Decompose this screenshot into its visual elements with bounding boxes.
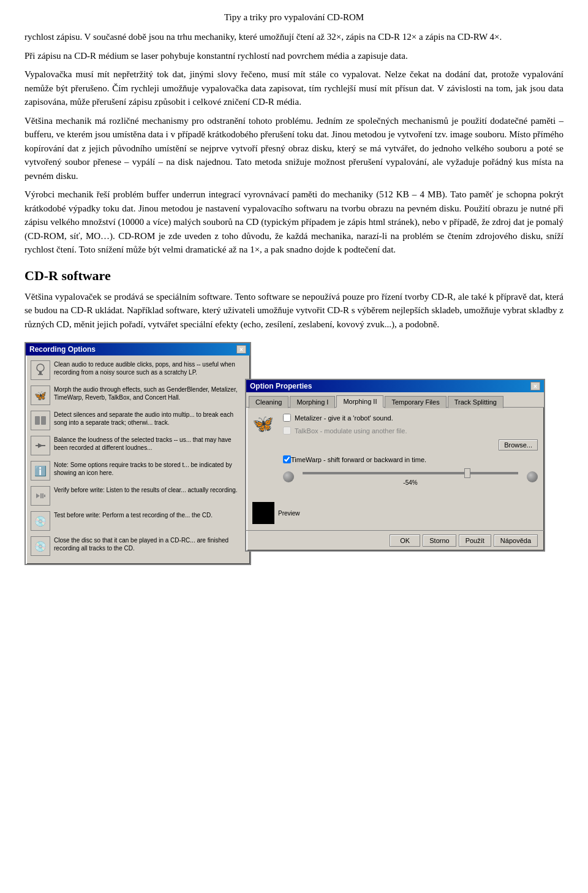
rec-option-4: ℹ️ Note: Some options require tracks to … — [29, 460, 246, 482]
storno-button[interactable]: Storno — [423, 534, 456, 547]
slider-track[interactable] — [303, 472, 518, 474]
rec-text-6: Test before write: Perform a test record… — [54, 511, 245, 519]
section-heading: CD-R software — [24, 268, 564, 284]
preview-icon — [252, 502, 274, 524]
section-paragraph-1: Většina vypalovaček se prodává se speciá… — [24, 290, 564, 332]
browse-button[interactable]: Browse... — [499, 439, 538, 450]
rec-text-7: Close the disc so that it can be played … — [54, 536, 245, 552]
tab-morphing-ii[interactable]: Morphing II — [336, 395, 383, 408]
slider-thumb[interactable] — [464, 468, 470, 478]
rec-option-1: 🦋 Morph the audio through effects, such … — [29, 384, 246, 406]
slider-right-ball — [527, 471, 538, 482]
check-row-0: Metalizer - give it a 'robot' sound. — [283, 414, 538, 422]
talkbox-checkbox[interactable] — [283, 427, 291, 435]
timewarp-label: TimeWarp - shift forward or backward in … — [291, 456, 426, 463]
rec-icon-3 — [31, 436, 50, 455]
options-dialog-title: Option Properties — [250, 382, 312, 390]
browse-row: Browse... — [283, 439, 538, 450]
rec-icon-2 — [31, 411, 50, 430]
recording-dialog-titlebar: Recording Options × — [26, 343, 250, 355]
tab-morphing-i[interactable]: Morphing I — [290, 396, 335, 408]
rec-option-0: Clean audio to reduce audible clicks, po… — [29, 359, 246, 381]
paragraph-1: rychlost zápisu. V současné době jsou na… — [24, 30, 564, 44]
paragraph-4: Většina mechanik má rozličné mechanismy … — [24, 114, 564, 183]
paragraph-2: Při zápisu na CD-R médium se laser pohyb… — [24, 49, 564, 63]
page-title: Tipy a triky pro vypalování CD-ROM — [24, 12, 564, 23]
rec-text-3: Balance the loudness of the selected tra… — [54, 436, 245, 452]
metalizer-label: Metalizer - give it a 'robot' sound. — [295, 414, 393, 422]
recording-dialog-title: Recording Options — [29, 345, 96, 354]
rec-option-6: 💿 Test before write: Perform a test reco… — [29, 510, 246, 532]
paragraph-3: Vypalovačka musí mít nepřetržitý tok dat… — [24, 67, 564, 109]
rec-text-2: Detect silences and separate the audio i… — [54, 411, 245, 427]
ok-button[interactable]: OK — [390, 534, 420, 547]
options-dialog-titlebar: Option Properties × — [246, 380, 544, 392]
rec-text-0: Clean audio to reduce audible clicks, po… — [54, 360, 245, 376]
butterfly-icon: 🦋 — [252, 414, 274, 434]
slider-left-ball — [283, 471, 294, 482]
rec-icon-7: 💿 — [31, 536, 50, 556]
svg-rect-4 — [41, 416, 46, 425]
check-row-1: TalkBox - modulate using another file. — [283, 427, 538, 435]
rec-option-3: Balance the loudness of the selected tra… — [29, 435, 246, 457]
preview-area: Preview — [252, 502, 300, 524]
metalizer-checkbox[interactable] — [283, 414, 291, 422]
option-properties-dialog: Option Properties × Cleaning Morphing I … — [245, 379, 545, 552]
talkbox-label: TalkBox - modulate using another file. — [295, 427, 407, 435]
recording-dialog-content: Clean audio to reduce audible clicks, po… — [26, 355, 250, 564]
rec-option-2: Detect silences and separate the audio i… — [29, 409, 246, 431]
paragraph-5: Výrobci mechanik řeší problém buffer und… — [24, 188, 564, 257]
options-dialog-close[interactable]: × — [530, 382, 540, 390]
tab-track-splitting[interactable]: Track Splitting — [448, 396, 503, 408]
rec-text-1: Morph the audio through effects, such as… — [54, 386, 245, 401]
recording-dialog-close[interactable]: × — [236, 345, 246, 354]
svg-point-0 — [37, 364, 44, 371]
svg-marker-7 — [36, 493, 40, 498]
timewarp-row: TimeWarp - shift forward or backward in … — [283, 455, 538, 463]
napoveda-button[interactable]: Nápověda — [494, 534, 538, 547]
tab-temporary-files[interactable]: Temporary Files — [385, 396, 446, 408]
svg-marker-6 — [38, 443, 43, 448]
rec-icon-4: ℹ️ — [31, 461, 50, 481]
svg-rect-3 — [35, 416, 40, 425]
options-checks: Metalizer - give it a 'robot' sound. Tal… — [283, 414, 538, 486]
rec-text-4: Note: Some options require tracks to be … — [54, 461, 245, 477]
recording-options-dialog: Recording Options × Clean audio to reduc… — [24, 342, 251, 565]
rec-text-5: Verify before write: Listen to the resul… — [54, 486, 245, 494]
dialogs-area: Recording Options × Clean audio to reduc… — [24, 342, 564, 532]
timewarp-checkbox[interactable] — [283, 455, 291, 463]
rec-icon-5 — [31, 486, 50, 506]
slider-row: -54% — [283, 467, 538, 486]
slider-area: -54% — [303, 467, 518, 486]
rec-option-5: Verify before write: Listen to the resul… — [29, 485, 246, 507]
rec-icon-6: 💿 — [31, 511, 50, 531]
percent-label: -54% — [303, 479, 518, 486]
options-body: 🦋 Metalizer - give it a 'robot' sound. T… — [246, 408, 544, 530]
rec-icon-1: 🦋 — [31, 386, 50, 405]
options-footer: OK Storno Použít Nápověda — [246, 530, 544, 550]
tab-cleaning[interactable]: Cleaning — [249, 396, 288, 408]
tabs-bar: Cleaning Morphing I Morphing II Temporar… — [246, 392, 544, 408]
pouzit-button[interactable]: Použít — [459, 534, 491, 547]
rec-icon-0 — [31, 360, 50, 380]
preview-label: Preview — [278, 510, 300, 517]
rec-option-7: 💿 Close the disc so that it can be playe… — [29, 535, 246, 557]
